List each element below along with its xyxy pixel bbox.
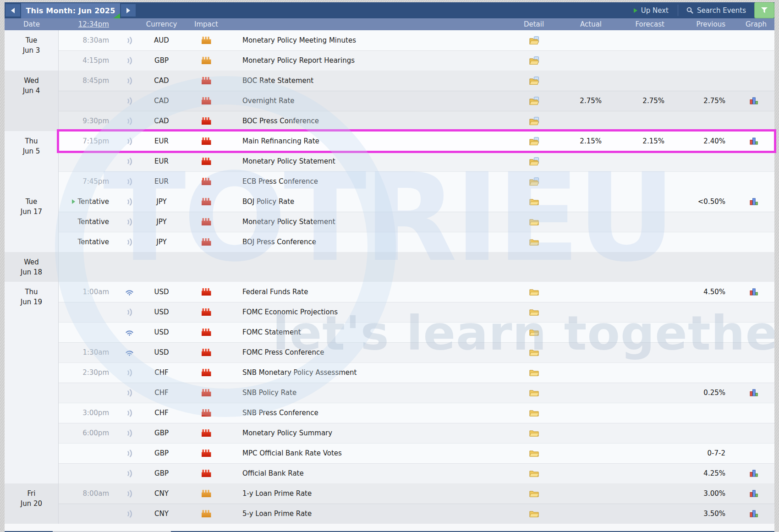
event-name[interactable]: FOMC Statement (234, 328, 499, 336)
event-name[interactable]: BOJ Press Conference (234, 238, 499, 246)
event-row[interactable]: Tentative JPYBOJ Policy Rate <0.50% (59, 192, 774, 212)
event-row[interactable]: 1:30am USDFOMC Press Conference (59, 342, 774, 362)
detail-button[interactable] (529, 450, 539, 457)
detail-button[interactable] (529, 36, 539, 45)
alert-cell[interactable] (126, 409, 133, 417)
alert-cell[interactable] (126, 510, 133, 518)
detail-button[interactable] (529, 97, 539, 105)
event-name[interactable]: FOMC Economic Projections (234, 308, 499, 316)
event-name[interactable]: SNB Policy Rate (234, 389, 499, 397)
event-row[interactable]: GBPOfficial Bank Rate 4.25% (59, 463, 774, 483)
previous-month-button[interactable] (5, 4, 20, 16)
current-time[interactable]: 12:34pm (78, 20, 115, 28)
event-row[interactable]: 9:30pm CADBOC Press Conference (59, 111, 774, 131)
event-name[interactable]: Monetary Policy Statement (234, 218, 499, 226)
event-name[interactable]: BOC Rate Statement (234, 77, 499, 85)
up-next-button[interactable]: Up Next (625, 2, 678, 18)
event-row[interactable]: 2:30pm CHFSNB Monetary Policy Assessment (59, 362, 774, 383)
event-name[interactable]: Monetary Policy Summary (234, 429, 499, 437)
alert-cell[interactable] (126, 97, 133, 105)
graph-button[interactable] (728, 510, 758, 517)
search-events-button[interactable]: Search Events (678, 2, 754, 18)
event-name[interactable]: 1-y Loan Prime Rate (234, 489, 499, 498)
event-name[interactable]: MPC Official Bank Rate Votes (234, 449, 499, 457)
event-row[interactable]: GBPMPC Official Bank Rate Votes 0-7-2 (59, 443, 774, 463)
event-row[interactable]: Tentative JPYMonetary Policy Statement (59, 212, 774, 232)
next-month-button[interactable] (121, 4, 136, 16)
event-row[interactable]: USDFOMC Statement (59, 322, 774, 342)
event-name[interactable]: FOMC Press Conference (234, 348, 499, 356)
alert-cell[interactable] (126, 117, 133, 126)
event-name[interactable]: BOC Press Conference (234, 117, 499, 125)
graph-button[interactable] (728, 198, 758, 205)
detail-button[interactable] (529, 308, 539, 316)
alert-cell[interactable] (126, 36, 133, 45)
alert-cell[interactable] (126, 77, 133, 85)
detail-button[interactable] (529, 369, 539, 376)
detail-button[interactable] (529, 117, 539, 126)
detail-button[interactable] (529, 490, 539, 497)
detail-button[interactable] (529, 56, 539, 65)
alert-cell[interactable] (126, 308, 133, 317)
detail-button[interactable] (529, 177, 539, 186)
event-row[interactable]: 8:00am CNY1-y Loan Prime Rate 3.00% (59, 483, 774, 504)
graph-button[interactable] (728, 97, 758, 104)
event-row[interactable]: 8:45pm CADBOC Rate Statement (59, 71, 774, 91)
filter-button[interactable] (754, 2, 774, 18)
detail-button[interactable] (529, 77, 539, 85)
alert-cell[interactable] (126, 368, 133, 377)
event-name[interactable]: Official Bank Rate (234, 469, 499, 477)
event-name[interactable]: SNB Monetary Policy Assessment (234, 368, 499, 377)
event-name[interactable]: Monetary Policy Report Hearings (234, 56, 499, 65)
month-tab[interactable]: This Month: Jun 2025 (21, 3, 120, 18)
alert-cell[interactable] (126, 137, 133, 146)
detail-button[interactable] (529, 349, 539, 356)
event-name[interactable]: Monetary Policy Statement (234, 157, 499, 165)
graph-button[interactable] (728, 470, 758, 477)
event-name[interactable]: BOJ Policy Rate (234, 197, 499, 206)
event-row[interactable]: 3:00pm CHFSNB Press Conference (59, 403, 774, 423)
detail-button[interactable] (529, 329, 539, 336)
event-row[interactable]: 4:15pm GBPMonetary Policy Report Hearing… (59, 50, 774, 71)
graph-button[interactable] (728, 490, 758, 497)
event-name[interactable]: Overnight Rate (234, 97, 499, 105)
alert-cell[interactable] (126, 177, 133, 186)
alert-cell[interactable] (126, 56, 133, 65)
event-row-highlighted[interactable]: 7:15pm EURMain Refinancing Rate 2.15%2.1… (59, 131, 774, 151)
event-row[interactable]: USDFOMC Economic Projections (59, 302, 774, 322)
alert-cell[interactable] (125, 329, 134, 336)
alert-cell[interactable] (126, 157, 133, 166)
alert-cell[interactable] (126, 197, 133, 206)
event-row[interactable]: 7:45pm EURECB Press Conference (59, 171, 774, 192)
event-row[interactable]: CHFSNB Policy Rate 0.25% (59, 383, 774, 403)
alert-cell[interactable] (126, 218, 133, 226)
detail-button[interactable] (529, 218, 539, 225)
alert-cell[interactable] (125, 349, 134, 356)
event-name[interactable]: 5-y Loan Prime Rate (234, 510, 499, 518)
detail-button[interactable] (529, 389, 539, 396)
event-row[interactable]: Tentative JPYBOJ Press Conference (59, 232, 774, 252)
graph-button[interactable] (728, 288, 758, 296)
alert-cell[interactable] (126, 489, 133, 498)
detail-button[interactable] (529, 510, 539, 517)
graph-button[interactable] (728, 137, 758, 145)
alert-cell[interactable] (126, 469, 133, 478)
graph-button[interactable] (728, 389, 758, 396)
event-name[interactable]: Main Refinancing Rate (234, 137, 499, 145)
alert-cell[interactable] (126, 238, 133, 247)
event-row[interactable]: 1:00am USDFederal Funds Rate 4.50% (59, 282, 774, 302)
event-row[interactable]: CADOvernight Rate 2.75%2.75%2.75% (59, 91, 774, 111)
detail-button[interactable] (529, 238, 539, 246)
alert-cell[interactable] (126, 449, 133, 458)
event-row[interactable]: 6:00pm GBPMonetary Policy Summary (59, 423, 774, 443)
event-name[interactable]: Monetary Policy Meeting Minutes (234, 36, 499, 44)
event-row[interactable]: EURMonetary Policy Statement (59, 151, 774, 171)
event-row[interactable]: 8:30am AUDMonetary Policy Meeting Minute… (59, 30, 774, 50)
event-name[interactable]: SNB Press Conference (234, 409, 499, 417)
detail-button[interactable] (529, 288, 539, 296)
alert-cell[interactable] (126, 389, 133, 397)
event-row[interactable]: CNY5-y Loan Prime Rate 3.50% (59, 504, 774, 524)
detail-button[interactable] (529, 137, 539, 146)
detail-button[interactable] (529, 157, 539, 166)
detail-button[interactable] (529, 470, 539, 477)
